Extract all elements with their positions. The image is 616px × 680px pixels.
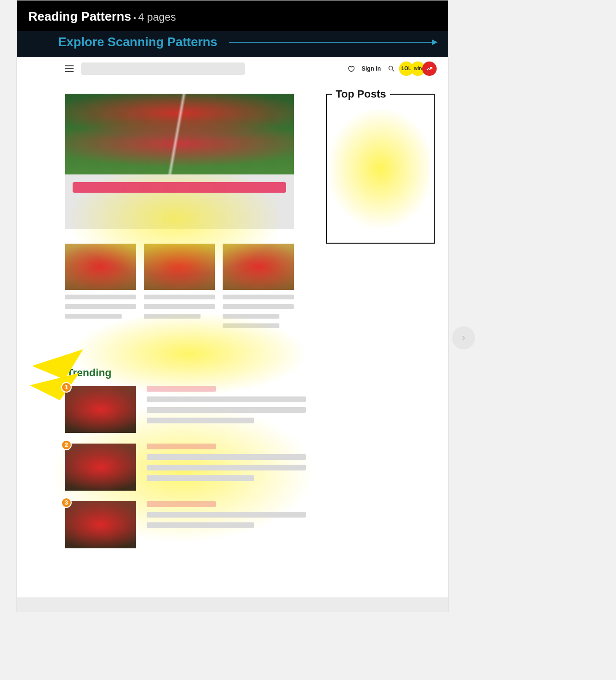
trending-text bbox=[147, 444, 320, 486]
text-placeholder bbox=[147, 522, 254, 528]
text-placeholder bbox=[147, 454, 306, 460]
text-placeholder bbox=[144, 295, 215, 299]
page-count: 4 pages bbox=[138, 11, 176, 23]
slide-title: Reading Patterns bbox=[28, 9, 131, 24]
heart-icon[interactable] bbox=[347, 65, 355, 73]
slide-header: Reading Patterns • 4 pages bbox=[17, 0, 448, 31]
top-posts-box[interactable]: Top Posts bbox=[326, 94, 435, 244]
hero-image bbox=[65, 94, 294, 174]
text-placeholder bbox=[147, 396, 306, 402]
embedded-site: Sign In LOL win bbox=[17, 57, 448, 578]
explore-label: Explore Scanning Patterns bbox=[58, 35, 217, 49]
trending-thumb bbox=[65, 501, 136, 548]
text-placeholder bbox=[147, 501, 216, 507]
separator-dot: • bbox=[133, 14, 138, 22]
hero-headline-placeholder bbox=[73, 182, 286, 193]
story-thumb bbox=[144, 244, 215, 290]
hero-block[interactable] bbox=[65, 94, 294, 229]
rank-badge: 3 bbox=[61, 497, 72, 508]
explore-strip[interactable]: Explore Scanning Patterns bbox=[17, 31, 448, 57]
svg-line-1 bbox=[392, 70, 394, 71]
topbar-right: Sign In LOL win bbox=[347, 62, 437, 76]
trending-text bbox=[147, 501, 320, 533]
heatmap-glow bbox=[331, 99, 430, 239]
arrow-right-icon bbox=[229, 42, 437, 43]
trending-section: Trending 1 2 bbox=[65, 367, 435, 548]
text-placeholder bbox=[144, 314, 201, 319]
trending-up-icon bbox=[426, 65, 433, 72]
trending-thumb bbox=[65, 444, 136, 491]
sign-in-link[interactable]: Sign In bbox=[362, 65, 381, 72]
card-footer-strip bbox=[17, 597, 448, 612]
text-placeholder bbox=[223, 314, 279, 319]
text-placeholder bbox=[147, 386, 216, 392]
story-thumb bbox=[65, 244, 136, 290]
story-thumb bbox=[223, 244, 294, 290]
top-posts-frame: Top Posts bbox=[326, 94, 435, 244]
text-placeholder bbox=[147, 418, 254, 423]
site-topbar: Sign In LOL win bbox=[17, 57, 448, 80]
hamburger-icon[interactable] bbox=[65, 65, 74, 72]
text-placeholder bbox=[223, 304, 294, 309]
text-placeholder bbox=[223, 295, 294, 299]
chevron-right-icon: › bbox=[462, 332, 465, 344]
next-page-button[interactable]: › bbox=[452, 326, 475, 349]
text-placeholder bbox=[147, 512, 306, 518]
text-placeholder bbox=[147, 407, 306, 413]
text-placeholder bbox=[65, 314, 122, 319]
text-placeholder bbox=[144, 304, 215, 309]
story-row bbox=[65, 244, 435, 328]
slide-card: Reading Patterns • 4 pages Explore Scann… bbox=[16, 0, 449, 612]
story-tile[interactable] bbox=[223, 244, 294, 328]
trending-heading: Trending bbox=[67, 367, 435, 379]
hero-image-split bbox=[65, 94, 294, 174]
text-placeholder bbox=[147, 444, 216, 449]
trending-row[interactable]: 3 bbox=[65, 501, 435, 548]
text-placeholder bbox=[223, 323, 279, 328]
badge-group: LOL win bbox=[402, 62, 437, 76]
svg-point-0 bbox=[389, 66, 393, 70]
rank-badge: 2 bbox=[61, 440, 72, 450]
search-icon[interactable] bbox=[388, 65, 395, 73]
page-stage: Reading Patterns • 4 pages Explore Scann… bbox=[0, 0, 616, 680]
badge-trending[interactable] bbox=[422, 62, 437, 76]
search-input[interactable] bbox=[81, 62, 245, 75]
trending-thumb bbox=[65, 386, 136, 433]
text-placeholder bbox=[147, 465, 306, 470]
story-tile[interactable] bbox=[144, 244, 215, 328]
story-tile[interactable] bbox=[65, 244, 136, 328]
rank-badge: 1 bbox=[61, 382, 72, 393]
trending-row[interactable]: 1 bbox=[65, 386, 435, 433]
text-placeholder bbox=[147, 475, 254, 481]
text-placeholder bbox=[65, 295, 136, 299]
trending-row[interactable]: 2 bbox=[65, 444, 435, 491]
site-content: Top Posts Trending 1 bbox=[17, 80, 448, 548]
trending-text bbox=[147, 386, 320, 428]
text-placeholder bbox=[65, 304, 136, 309]
